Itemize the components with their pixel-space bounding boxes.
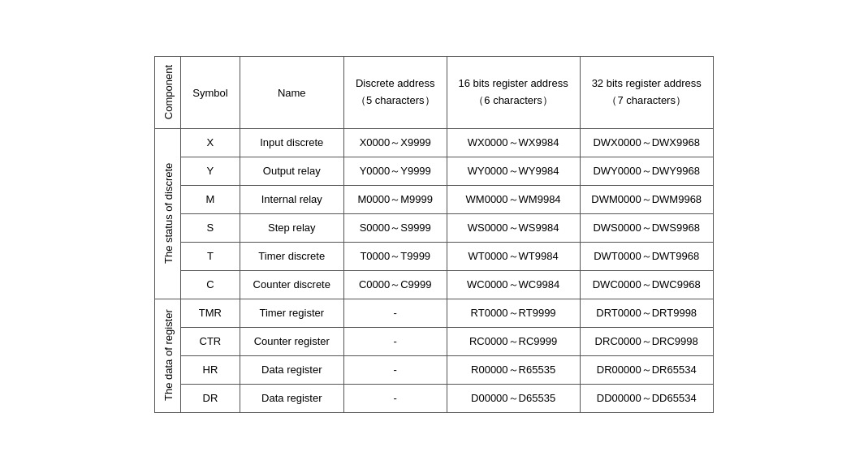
cell-name: Output relay <box>240 157 343 185</box>
cell-discrete: C0000～C9999 <box>343 270 447 299</box>
component-header: Component <box>155 57 181 128</box>
table-row: Y Output relay Y0000～Y9999 WY0000～WY9984… <box>155 157 714 185</box>
table-row: S Step relay S0000～S9999 WS0000～WS9984 D… <box>155 213 714 242</box>
cell-reg16: WX0000～WX9984 <box>447 128 580 157</box>
reg32-header: 32 bits register address（7 characters） <box>580 57 713 128</box>
cell-symbol: X <box>181 128 240 157</box>
discrete-addr-header: Discrete address（5 characters） <box>343 57 447 128</box>
cell-reg16: WT0000～WT9984 <box>447 242 580 270</box>
cell-name: Counter register <box>240 327 343 355</box>
table-row: The data of register TMR Timer register … <box>155 299 714 327</box>
cell-symbol: S <box>181 213 240 242</box>
name-header: Name <box>240 57 343 128</box>
cell-symbol: HR <box>181 355 240 384</box>
cell-name: Data register <box>240 384 343 412</box>
cell-discrete: X0000～X9999 <box>343 128 447 157</box>
symbol-header: Symbol <box>181 57 240 128</box>
cell-reg32: DRC0000～DRC9998 <box>580 327 713 355</box>
cell-name: Step relay <box>240 213 343 242</box>
section2-label: The data of register <box>155 299 181 412</box>
cell-reg32: DRT0000～DRT9998 <box>580 299 713 327</box>
cell-reg16: WY0000～WY9984 <box>447 157 580 185</box>
cell-reg32: DD00000～DD65534 <box>580 384 713 412</box>
cell-reg16: WS0000～WS9984 <box>447 213 580 242</box>
table-row: T Timer discrete T0000～T9999 WT0000～WT99… <box>155 242 714 270</box>
cell-symbol: M <box>181 185 240 213</box>
section1-label: The status of discrete <box>155 128 181 299</box>
cell-reg16: RT0000～RT9999 <box>447 299 580 327</box>
cell-discrete: S0000～S9999 <box>343 213 447 242</box>
cell-symbol: TMR <box>181 299 240 327</box>
cell-reg32: DWT0000～DWT9968 <box>580 242 713 270</box>
cell-name: Timer discrete <box>240 242 343 270</box>
cell-reg32: DWC0000～DWC9968 <box>580 270 713 299</box>
cell-reg32: DR00000～DR65534 <box>580 355 713 384</box>
cell-name: Counter discrete <box>240 270 343 299</box>
reg16-header: 16 bits register address（6 characters） <box>447 57 580 128</box>
cell-name: Data register <box>240 355 343 384</box>
cell-reg16: RC0000～RC9999 <box>447 327 580 355</box>
cell-discrete: M0000～M9999 <box>343 185 447 213</box>
cell-symbol: DR <box>181 384 240 412</box>
cell-name: Timer register <box>240 299 343 327</box>
table-row: CTR Counter register - RC0000～RC9999 DRC… <box>155 327 714 355</box>
table-row: HR Data register - R00000～R65535 DR00000… <box>155 355 714 384</box>
cell-discrete: T0000～T9999 <box>343 242 447 270</box>
cell-symbol: Y <box>181 157 240 185</box>
cell-discrete: Y0000～Y9999 <box>343 157 447 185</box>
cell-reg16: WM0000～WM9984 <box>447 185 580 213</box>
cell-name: Input discrete <box>240 128 343 157</box>
cell-reg32: DWY0000～DWY9968 <box>580 157 713 185</box>
cell-reg32: DWS0000～DWS9968 <box>580 213 713 242</box>
cell-reg16: R00000～R65535 <box>447 355 580 384</box>
cell-name: Internal relay <box>240 185 343 213</box>
table-row: C Counter discrete C0000～C9999 WC0000～WC… <box>155 270 714 299</box>
cell-reg32: DWM0000～DWM9968 <box>580 185 713 213</box>
table-row: The status of discrete X Input discrete … <box>155 128 714 157</box>
cell-reg32: DWX0000～DWX9968 <box>580 128 713 157</box>
cell-reg16: WC0000～WC9984 <box>447 270 580 299</box>
cell-symbol: CTR <box>181 327 240 355</box>
cell-reg16: D00000～D65535 <box>447 384 580 412</box>
cell-discrete: - <box>343 355 447 384</box>
cell-symbol: C <box>181 270 240 299</box>
cell-discrete: - <box>343 299 447 327</box>
table-row: M Internal relay M0000～M9999 WM0000～WM99… <box>155 185 714 213</box>
cell-discrete: - <box>343 327 447 355</box>
cell-discrete: - <box>343 384 447 412</box>
table-row: DR Data register - D00000～D65535 DD00000… <box>155 384 714 412</box>
cell-symbol: T <box>181 242 240 270</box>
